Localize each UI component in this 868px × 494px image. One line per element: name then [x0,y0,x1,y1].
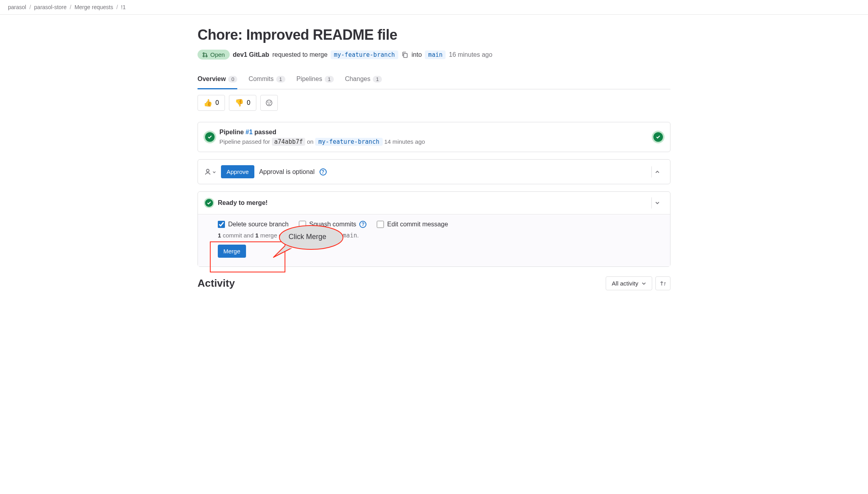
pipeline-branch[interactable]: my-feature-branch [315,138,383,146]
breadcrumb-separator: / [70,4,72,10]
breadcrumb-item[interactable]: Merge requests [74,4,113,10]
pipeline-panel: Pipeline #1 passed Pipeline passed for a… [198,122,670,152]
approval-optional-text: Approval is optional [259,168,315,176]
approval-collapse-toggle[interactable] [651,166,663,178]
breadcrumb: parasol / parasol-store / Merge requests… [0,0,868,15]
copy-branch-icon[interactable] [401,51,409,58]
smiley-icon [265,99,273,106]
thumbs-up-icon: 👍 [203,98,212,107]
chevron-down-icon [641,281,646,286]
mr-author[interactable]: dev1 GitLab [233,51,269,58]
svg-point-4 [266,100,272,106]
delete-source-branch-checkbox[interactable] [218,221,225,228]
thumbs-up-button[interactable]: 👍 0 [198,95,225,111]
annotation-text: Click Merge [289,233,326,241]
svg-point-1 [203,55,205,57]
into-text: into [412,51,422,58]
merge-button[interactable]: Merge [218,245,246,258]
target-branch[interactable]: main [425,50,446,59]
merge-panel: Ready to merge! Delete source branch Squ… [198,191,670,267]
edit-commit-message-checkbox[interactable] [377,221,384,228]
ready-to-merge-title: Ready to merge! [218,199,267,206]
pipeline-title: Pipeline #1 passed [219,129,425,136]
activity-sort-button[interactable] [655,276,670,290]
svg-point-2 [206,55,207,57]
pipeline-time-ago: 14 minutes ago [384,138,425,145]
mr-title: Chore: Improved README file [198,27,670,43]
mr-meta: Open dev1 GitLab requested to merge my-f… [198,50,670,60]
approval-help-icon[interactable]: ? [320,168,327,176]
breadcrumb-item[interactable]: parasol-store [34,4,67,10]
svg-point-6 [270,102,270,102]
mr-action-text: requested to merge [272,51,327,58]
reactions-row: 👍 0 👎 0 [198,95,670,111]
svg-point-0 [203,52,205,54]
breadcrumb-current: !1 [121,4,126,10]
source-branch[interactable]: my-feature-branch [331,50,398,59]
edit-commit-message-option[interactable]: Edit commit message [377,221,448,228]
stage-status-icon[interactable] [653,132,663,142]
chevron-up-icon [655,170,660,174]
tab-pipelines[interactable]: Pipelines1 [296,71,334,89]
pipeline-link[interactable]: #1 [246,129,253,135]
thumbs-down-icon: 👎 [235,98,244,107]
approvers-icon[interactable] [205,168,216,176]
commit-sha[interactable]: a74abb7f [272,138,305,146]
svg-point-7 [206,169,209,172]
thumbs-down-button[interactable]: 👎 0 [229,95,256,111]
svg-point-5 [267,102,268,102]
add-reaction-button[interactable] [260,95,278,111]
activity-heading: Activity [198,277,235,289]
breadcrumb-separator: / [29,4,31,10]
tab-commits[interactable]: Commits1 [248,71,285,89]
pipeline-status-icon [205,132,215,142]
approve-button[interactable]: Approve [221,165,254,178]
sort-icon [660,280,666,287]
mr-tabs: Overview0 Commits1 Pipelines1 Changes1 [198,71,670,89]
pipeline-subtitle: Pipeline passed for a74abb7f on my-featu… [219,138,425,145]
svg-rect-3 [403,53,407,57]
merge-collapse-toggle[interactable] [651,197,663,208]
activity-filter-dropdown[interactable]: All activity [606,276,652,290]
breadcrumb-separator: / [116,4,118,10]
mr-time-ago: 16 minutes ago [449,51,492,58]
chevron-down-icon [655,201,660,205]
breadcrumb-item[interactable]: parasol [8,4,26,10]
ready-status-icon [205,199,213,207]
approval-panel: Approve Approval is optional ? [198,159,670,184]
status-badge-open: Open [198,50,230,60]
tab-overview[interactable]: Overview0 [198,71,237,89]
merge-request-icon [202,52,208,58]
tab-changes[interactable]: Changes1 [345,71,382,89]
